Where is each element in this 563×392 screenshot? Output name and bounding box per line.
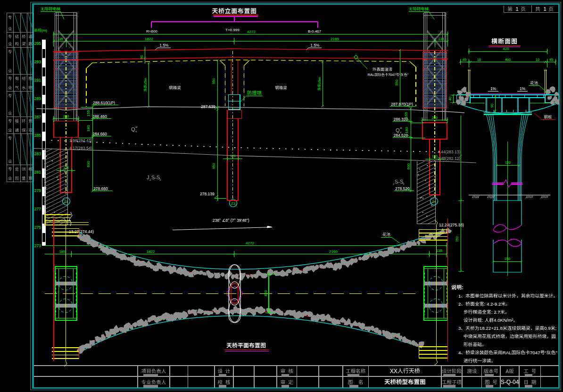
- svg-text:289: 289: [34, 96, 41, 101]
- svg-text:2160: 2160: [329, 250, 338, 254]
- svg-text:1: 1: [516, 6, 519, 12]
- svg-text:Q: Q: [131, 126, 135, 132]
- svg-text:0.9: 0.9: [544, 325, 551, 331]
- svg-text:”: ”: [555, 350, 557, 355]
- svg-text:550: 550: [212, 78, 216, 84]
- svg-text:278.139: 278.139: [200, 192, 215, 196]
- svg-text:7047: 7047: [388, 73, 396, 77]
- svg-text:2: 2: [458, 301, 461, 307]
- svg-text:120: 120: [505, 160, 511, 165]
- svg-text:285: 285: [34, 133, 41, 138]
- svg-text:1: 1: [544, 6, 546, 12]
- svg-text:550: 550: [395, 80, 399, 86]
- svg-text:135: 135: [57, 37, 63, 41]
- svg-text:: 4.2-9.2: : 4.2-9.2: [484, 301, 501, 307]
- svg-text:180: 180: [405, 127, 409, 133]
- svg-text:287.870(1P): 287.870(1P): [391, 102, 413, 107]
- svg-text:S-Q-04: S-Q-04: [501, 379, 519, 385]
- svg-text:287: 287: [34, 115, 41, 119]
- svg-text:B-0.467: B-0.467: [308, 29, 322, 33]
- svg-text:≥5m: ≥5m: [143, 78, 148, 85]
- svg-text:12.24(275.33): 12.24(275.33): [439, 223, 464, 227]
- svg-text:(m): (m): [41, 28, 47, 33]
- svg-text:4: 4: [458, 350, 461, 355]
- svg-text:2.45(282.12): 2.45(282.12): [438, 156, 460, 161]
- svg-text:J: J: [147, 175, 149, 180]
- svg-text:450: 450: [264, 290, 268, 297]
- svg-text::: :: [482, 317, 483, 323]
- svg-text:Z3: Z3: [231, 201, 235, 206]
- svg-text:238° ∠8° (7° 39'48''): 238° ∠8° (7° 39'48''): [213, 218, 249, 223]
- svg-text:A: A: [505, 368, 509, 374]
- svg-text:278.660: 278.660: [93, 186, 108, 191]
- svg-text:XX: XX: [390, 368, 397, 375]
- svg-text:1822: 1822: [145, 37, 153, 41]
- svg-text:288.610(1P): 288.610(1P): [93, 100, 115, 105]
- svg-text:: 2.7: : 2.7: [491, 309, 500, 315]
- svg-text:155: 155: [86, 110, 91, 117]
- svg-text:295: 295: [34, 41, 41, 46]
- svg-text:3.98(284.43): 3.98(284.43): [69, 138, 92, 143]
- svg-text:“: “: [545, 350, 546, 355]
- svg-text:2160: 2160: [331, 37, 339, 41]
- svg-text:400: 400: [505, 58, 511, 62]
- svg-text:287.639: 287.639: [201, 104, 215, 109]
- svg-text:273: 273: [34, 243, 41, 248]
- svg-text:135: 135: [437, 249, 443, 253]
- svg-text:283: 283: [34, 151, 41, 156]
- svg-text:1%: 1%: [490, 86, 497, 91]
- svg-text:4.17(283.54): 4.17(283.54): [69, 146, 92, 150]
- svg-text:4.44(283.13): 4.44(283.13): [438, 150, 460, 154]
- svg-text:18.22+21.8: 18.22+21.8: [480, 325, 503, 331]
- svg-text:281: 281: [34, 170, 41, 175]
- svg-text:293: 293: [34, 59, 41, 64]
- svg-text:155: 155: [404, 112, 408, 118]
- svg-text:4.0KN/m²: 4.0KN/m²: [494, 317, 513, 323]
- svg-text:T=0.999: T=0.999: [225, 28, 240, 32]
- svg-text:;: ;: [555, 325, 557, 331]
- svg-text:7047: 7047: [530, 350, 540, 355]
- svg-text:180: 180: [86, 125, 91, 132]
- svg-text::: :: [462, 284, 464, 290]
- svg-text:RAL: RAL: [368, 73, 374, 77]
- svg-text:135: 135: [438, 37, 444, 41]
- svg-text:277: 277: [34, 207, 41, 211]
- svg-text:420: 420: [503, 47, 509, 51]
- svg-text:≥5m: ≥5m: [317, 77, 322, 84]
- svg-text:45: 45: [549, 58, 553, 62]
- svg-text:275: 275: [34, 225, 41, 230]
- svg-text:S-S: S-S: [151, 175, 160, 180]
- svg-text:185: 185: [59, 250, 66, 254]
- svg-text:279: 279: [34, 188, 41, 193]
- svg-text:1.5%: 1.5%: [310, 43, 320, 48]
- svg-text:291: 291: [34, 78, 41, 83]
- svg-text:al: al: [135, 125, 138, 128]
- svg-text:Z4: Z4: [432, 200, 436, 204]
- svg-text:4272: 4272: [246, 241, 254, 245]
- svg-text:1822: 1822: [147, 250, 155, 254]
- svg-text:3: 3: [458, 325, 461, 331]
- svg-text:950: 950: [212, 163, 216, 169]
- svg-text:al: al: [400, 126, 402, 129]
- svg-text:600: 600: [406, 163, 411, 170]
- svg-text:1.5%: 1.5%: [159, 43, 169, 48]
- svg-text:40: 40: [448, 97, 452, 100]
- svg-text:1%: 1%: [520, 86, 526, 91]
- svg-text:4272: 4272: [247, 30, 256, 34]
- svg-text:10: 10: [477, 58, 481, 62]
- svg-text:RAL: RAL: [503, 350, 512, 355]
- svg-text:200: 200: [63, 114, 69, 118]
- svg-text:10: 10: [536, 58, 539, 62]
- svg-text:1: 1: [458, 293, 461, 299]
- svg-text:Q: Q: [396, 127, 400, 133]
- svg-text:R=600: R=600: [146, 29, 157, 33]
- svg-text:150: 150: [505, 257, 511, 261]
- svg-text:200: 200: [432, 116, 438, 120]
- svg-text:45: 45: [463, 58, 466, 62]
- svg-text:90: 90: [490, 104, 494, 108]
- svg-text:S-S: S-S: [395, 179, 403, 184]
- svg-text:600: 600: [86, 161, 91, 167]
- svg-text:90: 90: [140, 55, 143, 59]
- svg-text:750: 750: [455, 236, 459, 242]
